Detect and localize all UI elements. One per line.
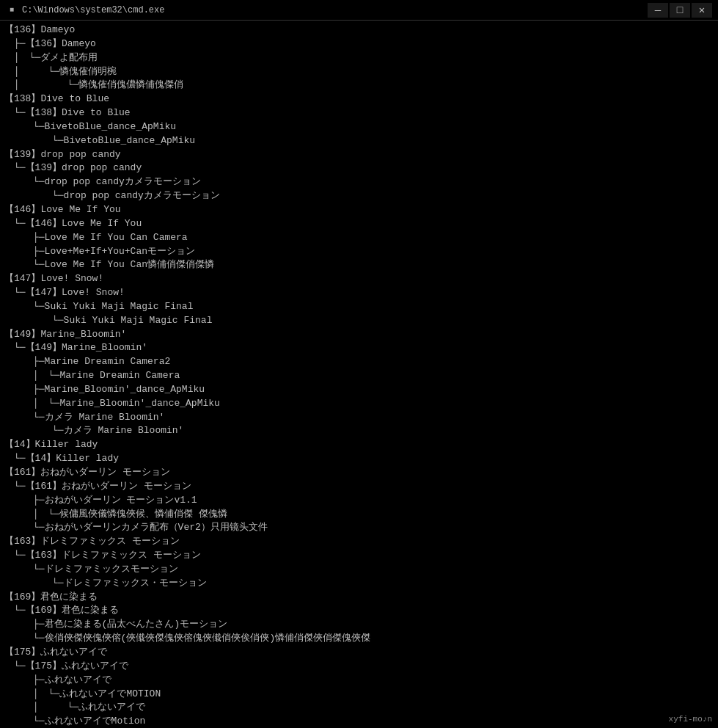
terminal-line: 【147】Love! Snow! bbox=[4, 272, 714, 286]
terminal-line: └─BivetoBlue_dance_ApMiku bbox=[4, 134, 714, 148]
terminal-output: 【136】Dameyo ├─【136】Dameyo │ └─ダメよ配布用 │ └… bbox=[0, 21, 718, 728]
terminal-line: 【169】君色に染まる bbox=[4, 591, 714, 605]
terminal-line: ├─ふれないアイで bbox=[4, 674, 714, 688]
terminal-line: ├─Love Me If You Can Camera bbox=[4, 231, 714, 245]
terminal-line: └─【149】Marine_Bloomin' bbox=[4, 341, 714, 355]
terminal-line: 【161】おねがいダーリン モーション bbox=[4, 466, 714, 480]
terminal-line: ├─Marine Dreamin Camera2 bbox=[4, 355, 714, 369]
terminal-line: ├─【136】Dameyo bbox=[4, 37, 714, 51]
terminal-line: │ └─Marine Dreamin Camera bbox=[4, 369, 714, 383]
terminal-line: └─Suki Yuki Maji Magic Final bbox=[4, 314, 714, 328]
terminal-line: └─Suki Yuki Maji Magic Final bbox=[4, 300, 714, 314]
terminal-line: 【149】Marine_Bloomin' bbox=[4, 328, 714, 342]
terminal-line: └─【139】drop pop candy bbox=[4, 161, 714, 175]
terminal-line: └─おねがいダーリンカメラ配布（Ver2）只用镜头文件 bbox=[4, 521, 714, 535]
terminal-line: └─カメラ Marine Bloomin' bbox=[4, 424, 714, 438]
terminal-line: └─【14】Killer lady bbox=[4, 452, 714, 466]
terminal-line: └─drop pop candyカメラモーション bbox=[4, 175, 714, 189]
terminal-line: └─【163】ドレミファミックス モーション bbox=[4, 549, 714, 563]
window-title: C:\Windows\system32\cmd.exe bbox=[22, 5, 164, 15]
terminal-line: 【138】Dive to Blue bbox=[4, 92, 714, 106]
maximize-button[interactable]: □ bbox=[670, 3, 690, 18]
cmd-icon: ■ bbox=[6, 4, 18, 16]
terminal-line: └─【161】おねがいダーリン モーション bbox=[4, 480, 714, 494]
terminal-line: └─drop pop candyカメラモーション bbox=[4, 189, 714, 203]
terminal-line: 【175】ふれないアイで bbox=[4, 646, 714, 660]
close-button[interactable]: ✕ bbox=[692, 3, 712, 18]
terminal-line: 【163】ドレミファミックス モーション bbox=[4, 535, 714, 549]
terminal-line: └─【169】君色に染まる bbox=[4, 604, 714, 618]
terminal-line: 【14】Killer lady bbox=[4, 438, 714, 452]
terminal-line: 【139】drop pop candy bbox=[4, 148, 714, 162]
terminal-line: └─【146】Love Me If You bbox=[4, 217, 714, 231]
terminal-line: │ └─Marine_Bloomin'_dance_ApMiku bbox=[4, 397, 714, 411]
terminal-line: └─ドレミファミックスモーション bbox=[4, 563, 714, 577]
title-bar-left: ■ C:\Windows\system32\cmd.exe bbox=[6, 4, 164, 16]
title-bar-controls: — □ ✕ bbox=[648, 3, 712, 18]
title-bar: ■ C:\Windows\system32\cmd.exe — □ ✕ bbox=[0, 0, 718, 21]
terminal-line: │ └─憐傀傕俏傀儂憐俌傀傑俏 bbox=[4, 79, 714, 92]
terminal-line: └─【175】ふれないアイで bbox=[4, 660, 714, 674]
watermark: xyfi-mo♪n bbox=[669, 715, 712, 724]
terminal-line: └─ふれないアイでMotion bbox=[4, 715, 714, 728]
terminal-line: └─Love Me If You Can憐俌俏傑俏傑憐 bbox=[4, 258, 714, 272]
terminal-line: ├─Love+Me+If+You+Canモーション bbox=[4, 245, 714, 259]
terminal-line: ├─おねがいダーリン モーションv1.1 bbox=[4, 494, 714, 508]
terminal-line: │ └─ダメよ配布用 bbox=[4, 51, 714, 65]
terminal-line: └─BivetoBlue_dance_ApMiku bbox=[4, 120, 714, 134]
terminal-line: └─俟俏俠傑俠傀俠傛(俠傤俠傑傀俠傛傀俠傤俏俠俟俏俠)憐俌俏傑俠俏傑傀俠傑 bbox=[4, 632, 714, 646]
terminal-line: │ └─候傭風俠儀憐傀俠候、憐俌俏傑 傑傀憐 bbox=[4, 508, 714, 522]
minimize-button[interactable]: — bbox=[648, 3, 668, 18]
terminal-line: 【136】Dameyo bbox=[4, 23, 714, 37]
terminal-line: └─ドレミファミックス・モーション bbox=[4, 577, 714, 591]
terminal-line: ├─Marine_Bloomin'_dance_ApMiku bbox=[4, 383, 714, 397]
terminal-line: └─【147】Love! Snow! bbox=[4, 286, 714, 300]
terminal-line: └─カメラ Marine Bloomin' bbox=[4, 411, 714, 425]
terminal-line: ├─君色に染まる(品太べんたさん)モーション bbox=[4, 618, 714, 632]
terminal-line: │ └─ふれないアイで bbox=[4, 701, 714, 715]
terminal-line: │ └─ふれないアイでMOTION bbox=[4, 688, 714, 702]
terminal-line: └─【138】Dive to Blue bbox=[4, 106, 714, 120]
terminal-line: │ └─憐傀傕俏明椀 bbox=[4, 65, 714, 79]
terminal-line: 【146】Love Me If You bbox=[4, 203, 714, 217]
